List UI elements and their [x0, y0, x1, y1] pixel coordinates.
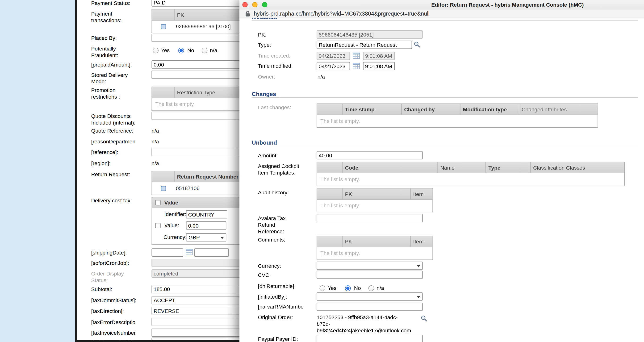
fraudulent-no-radio[interactable] [178, 48, 184, 53]
fraudulent-yes-label: Yes [161, 47, 170, 54]
lock-icon[interactable] [245, 10, 250, 18]
value-row-checkbox[interactable] [155, 223, 161, 228]
identifier-input[interactable] [186, 210, 227, 218]
last-changes-header: Time stamp Changed by Modification type … [317, 104, 598, 115]
fraudulent-na-radio[interactable] [202, 48, 207, 53]
back-window-bottom-edge [76, 340, 240, 342]
fraudulent-no-label: No [187, 47, 194, 54]
minimize-window-button[interactable] [252, 2, 258, 8]
item-reference-icon[interactable] [161, 186, 166, 191]
type-label: Type: [258, 42, 271, 48]
owner-value: n/a [318, 74, 325, 80]
changes-heading: Changes [252, 91, 280, 98]
time-stamp-column-header: Time stamp [342, 104, 402, 114]
empty-list-text: The list is empty. [320, 118, 360, 124]
shipping-date-label: [shippingDate]: [91, 250, 127, 256]
cvc-input[interactable] [316, 270, 422, 279]
pk-column-header: PK [342, 236, 411, 247]
empty-row: The list is empty. [317, 115, 598, 127]
original-order-label: Original Order: [258, 314, 293, 321]
window-titlebar[interactable]: Editor: Return Request - hybris Manageme… [240, 0, 644, 10]
cvc-label: CVC: [258, 272, 270, 278]
zoom-window-button[interactable] [262, 2, 268, 8]
time-modified-time-input[interactable] [363, 62, 395, 70]
return-request-number: 05187106 [176, 185, 200, 192]
identifier-label: Identifier: [164, 211, 186, 218]
narvar-rma-number-input[interactable] [316, 302, 422, 311]
tax-error-description-label: [taxErrorDescriptio [91, 319, 136, 326]
reason-department-label: [reasonDepartmen [91, 138, 136, 145]
potentially-fraudulent-label: Potentially Fraudulent: [91, 46, 118, 59]
dhl-yes-radio[interactable] [320, 286, 325, 291]
unbound-heading: Unbound [252, 139, 281, 146]
type-input[interactable] [316, 40, 412, 49]
amount-input[interactable] [316, 151, 422, 160]
tax-direction-label: [taxDirection]: [91, 308, 124, 315]
time-modified-date-input[interactable] [316, 62, 350, 70]
dhl-returnable-label: [dhlReturnable]: [258, 283, 296, 290]
item-reference-icon[interactable] [161, 24, 166, 29]
audit-history-table: PK Item The list is empty. [316, 188, 433, 212]
search-icon[interactable] [414, 41, 420, 49]
last-changes-label: Last changes: [258, 104, 291, 111]
unbound-section-header: Unbound [252, 139, 638, 146]
empty-row: The list is empty. [317, 247, 432, 260]
pk-label: PK: [258, 32, 266, 38]
quote-discounts-label: Quote Discounts Included (internal): [91, 113, 136, 126]
placed-by-label: Placed By: [91, 35, 117, 42]
fraudulent-na-label: n/a [210, 47, 217, 54]
changed-by-column-header: Changed by [402, 104, 460, 114]
initiated-by-select[interactable] [316, 292, 422, 301]
promotion-restrictions-label: Promotion restrictions : [91, 87, 120, 100]
calendar-icon[interactable] [353, 63, 360, 70]
region-value: n/a [152, 160, 159, 167]
empty-list-text: The list is empty. [320, 202, 360, 208]
original-order-line-2: b72d- [316, 321, 421, 328]
value-checkbox[interactable] [155, 200, 161, 206]
search-icon[interactable] [420, 315, 428, 323]
tax-invoice-number-label: [taxInvoiceNumber [91, 330, 136, 336]
paypal-payer-id-input[interactable] [316, 335, 422, 342]
time-created-label: Time created: [258, 52, 290, 59]
payment-status-label: Payment Status: [91, 0, 130, 6]
select-column-header [317, 188, 342, 199]
audit-history-header: PK Item [317, 188, 432, 200]
shipping-date-input[interactable] [152, 248, 183, 256]
type-column-header: Type [486, 162, 531, 173]
currency-select[interactable] [316, 262, 422, 270]
assigned-cockpit-item-templates-label: Assigned Cockpit Item Templates: [258, 163, 299, 176]
original-order-line-3: b9f324ed4b24|akeeble17@outlook.com [316, 328, 421, 334]
narvar-rma-number-label: [narvarRMANumbe [258, 304, 304, 310]
dhl-na-radio[interactable] [368, 286, 374, 291]
section-divider-line [252, 20, 638, 20]
chevron-down-icon [220, 237, 224, 239]
assigned-templates-header: Code Name Type Classification Classes [317, 162, 624, 173]
prepaid-amount-label: [prepaidAmount]: [91, 62, 132, 68]
close-window-button[interactable] [242, 2, 248, 8]
select-column-header [152, 10, 174, 20]
empty-list-text: The list is empty. [320, 250, 360, 256]
order-display-status-label: Order Display Status: [91, 270, 124, 284]
calendar-icon[interactable] [353, 52, 360, 60]
chevron-down-icon [417, 296, 420, 298]
item-column-header: Item [411, 188, 432, 199]
region-label: [region]: [91, 160, 111, 167]
url-text[interactable]: hybris-prd.rapha.cc/hmc/hybris?wid=MC67x… [254, 10, 430, 17]
editor-window: Editor: Return Request - hybris Manageme… [240, 0, 644, 342]
original-order-value: 101752253 - 9ffb95a3-a144-4adc- b72d- b9… [316, 314, 421, 334]
fraudulent-yes-radio[interactable] [153, 48, 158, 53]
calendar-icon[interactable] [186, 249, 193, 256]
reference-label: [reference]: [91, 149, 118, 156]
subtotal-label: Subtotal: [91, 286, 112, 293]
comments-label: Comments: [258, 236, 285, 243]
dhl-no-radio[interactable] [345, 286, 351, 291]
address-bar[interactable]: hybris-prd.rapha.cc/hmc/hybris?wid=MC67x… [240, 10, 644, 18]
tax-commit-status-label: [taxCommitStatus]: [91, 298, 136, 304]
value-input[interactable] [186, 221, 226, 230]
avalara-tax-refund-reference-input[interactable] [316, 214, 422, 222]
changed-attributes-column-header: Changed attributes [519, 104, 598, 114]
currency-select[interactable]: GBP [186, 233, 226, 242]
value-label: Value: [164, 222, 179, 229]
section-divider-line [252, 146, 638, 146]
shipping-time-input[interactable] [194, 248, 229, 256]
